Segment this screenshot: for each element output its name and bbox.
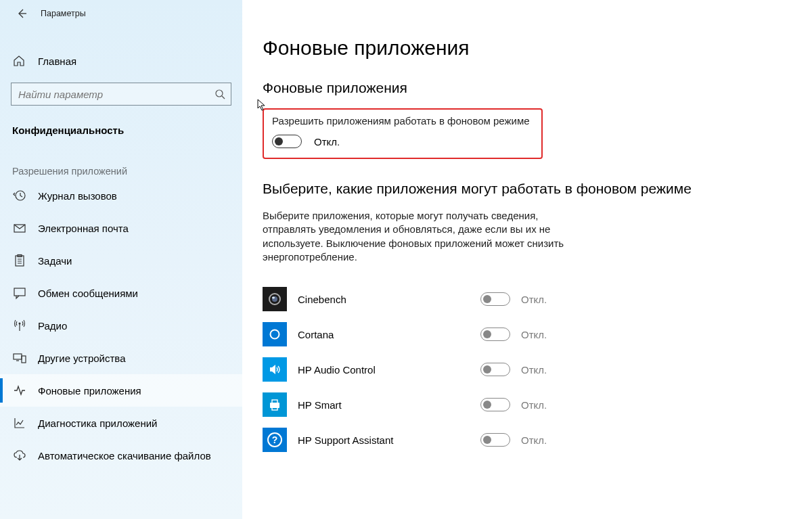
search-icon (215, 89, 225, 99)
app-toggle-state: Откл. (521, 399, 547, 411)
window-title: Параметры (41, 9, 86, 18)
app-toggle-state: Откл. (521, 364, 547, 376)
antenna-icon (12, 318, 27, 333)
sidebar-item-tasks[interactable]: Задачи (0, 244, 242, 277)
app-item-hp-audio: HP Audio Control Откл. (263, 352, 792, 387)
sidebar-item-label: Другие устройства (38, 353, 125, 364)
sidebar-item-label: Задачи (38, 255, 72, 267)
section-choose-apps-description: Выберите приложения, которые могут получ… (263, 209, 581, 264)
svg-point-0 (216, 90, 223, 97)
sidebar-item-radio[interactable]: Радио (0, 309, 242, 342)
clipboard-icon (12, 253, 27, 268)
master-toggle-row: Откл. (272, 135, 533, 148)
search-box[interactable] (11, 83, 231, 106)
master-toggle-state: Откл. (314, 136, 340, 148)
svg-rect-8 (22, 356, 26, 363)
sidebar-nav-list: Журнал вызовов Электронная почта Задачи … (0, 179, 242, 472)
sidebar-item-label: Обмен сообщениями (38, 288, 138, 299)
search-input[interactable] (18, 89, 215, 100)
printer-icon (263, 392, 287, 417)
sidebar-header: Параметры (0, 3, 242, 31)
svg-text:?: ? (272, 434, 278, 445)
sidebar-item-label: Фоновые приложения (38, 385, 141, 397)
master-toggle-label: Разрешить приложениям работать в фоновом… (272, 115, 533, 127)
sidebar-item-label: Диагностика приложений (38, 418, 157, 429)
cloud-download-icon (12, 448, 27, 463)
svg-point-11 (272, 297, 275, 299)
cortana-icon (263, 322, 287, 346)
sidebar-item-email[interactable]: Электронная почта (0, 212, 242, 244)
app-name: HP Smart (298, 399, 480, 411)
app-toggle[interactable] (480, 433, 510, 447)
app-item-cinebench: Cinebench Откл. (263, 281, 792, 317)
help-icon: ? (263, 428, 287, 452)
sidebar: Параметры Главная Конфиденциальность Раз… (0, 0, 242, 519)
svg-rect-5 (14, 288, 25, 296)
section-choose-apps-title: Выберите, какие приложения могут работат… (263, 181, 792, 197)
sidebar-home[interactable]: Главная (0, 47, 242, 74)
sidebar-section-title: Конфиденциальность (0, 115, 242, 143)
section-background-apps-title: Фоновые приложения (263, 80, 792, 96)
sidebar-item-other-devices[interactable]: Другие устройства (0, 342, 242, 374)
svg-rect-7 (14, 354, 22, 359)
speaker-icon (263, 357, 287, 382)
sidebar-item-label: Автоматическое скачивание файлов (38, 450, 211, 461)
app-name: Cinebench (298, 294, 480, 305)
app-item-hp-support: ? HP Support Assistant Откл. (263, 422, 792, 457)
sidebar-item-messaging[interactable]: Обмен сообщениями (0, 277, 242, 309)
sidebar-home-label: Главная (38, 55, 76, 67)
app-name: HP Support Assistant (298, 434, 480, 446)
chart-icon (12, 415, 27, 430)
app-item-hp-smart: HP Smart Откл. (263, 387, 792, 422)
devices-icon (12, 351, 27, 365)
app-name: HP Audio Control (298, 364, 480, 376)
app-list: Cinebench Откл. Cortana Откл. HP Audio C… (263, 281, 792, 457)
page-title: Фоновые приложения (263, 37, 792, 60)
app-item-cortana: Cortana Откл. (263, 317, 792, 352)
sidebar-item-label: Радио (38, 320, 67, 332)
app-toggle-state: Откл. (521, 329, 547, 340)
app-toggle-state: Откл. (521, 434, 547, 446)
clock-history-icon (12, 188, 27, 203)
master-toggle-highlight: Разрешить приложениям работать в фоновом… (263, 108, 543, 159)
activity-icon (12, 383, 27, 398)
sidebar-item-call-history[interactable]: Журнал вызовов (0, 179, 242, 212)
mail-icon (12, 221, 27, 235)
app-name: Cortana (298, 329, 480, 340)
app-toggle[interactable] (480, 363, 510, 376)
content-area: Фоновые приложения Фоновые приложения Ра… (242, 0, 812, 519)
app-toggle[interactable] (480, 328, 510, 341)
svg-point-12 (271, 330, 279, 339)
master-toggle[interactable] (272, 135, 302, 148)
cinebench-icon (263, 287, 287, 311)
chat-icon (12, 286, 27, 300)
sidebar-item-auto-downloads[interactable]: Автоматическое скачивание файлов (0, 439, 242, 472)
sidebar-item-label: Журнал вызовов (38, 190, 117, 202)
sidebar-subsection-label: Разрешения приложений (0, 143, 242, 179)
app-toggle[interactable] (480, 398, 510, 411)
sidebar-item-app-diagnostics[interactable]: Диагностика приложений (0, 407, 242, 439)
sidebar-item-background-apps[interactable]: Фоновые приложения (0, 374, 242, 407)
app-toggle[interactable] (480, 292, 510, 306)
app-toggle-state: Откл. (521, 294, 547, 305)
sidebar-item-label: Электронная почта (38, 223, 129, 234)
home-icon (12, 54, 26, 68)
back-arrow-icon[interactable] (16, 8, 27, 19)
